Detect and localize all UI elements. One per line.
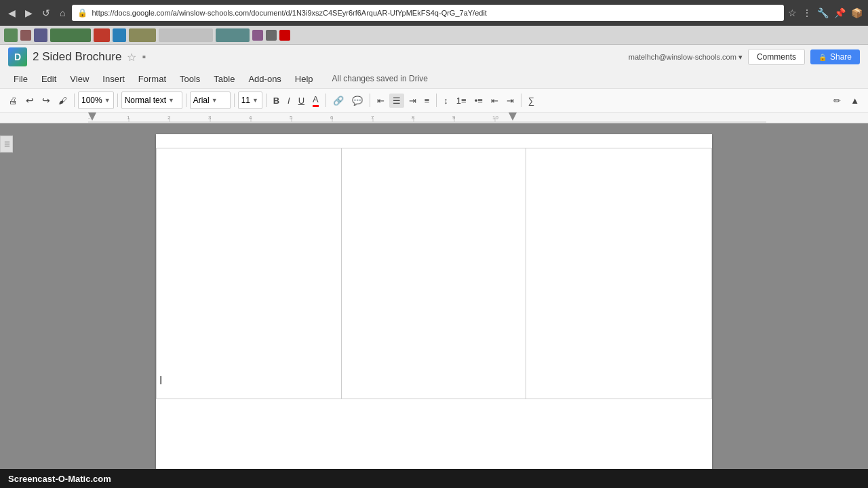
ext-icon-10[interactable] <box>252 30 263 41</box>
nav-home-button[interactable]: ⌂ <box>57 6 68 20</box>
browser-menu-icon[interactable]: ⋮ <box>802 7 812 18</box>
collapse-icon: ▲ <box>850 96 859 106</box>
ext-icon-7[interactable] <box>129 28 156 42</box>
bookmark-star-icon[interactable]: ☆ <box>788 7 797 18</box>
menu-view[interactable]: View <box>64 72 94 86</box>
nav-refresh-button[interactable]: ↺ <box>39 6 53 20</box>
bold-icon: B <box>273 96 279 106</box>
menu-format[interactable]: Format <box>133 72 172 86</box>
address-bar[interactable]: 🔒 https://docs.google.com/a/winslow-scho… <box>72 5 784 21</box>
menu-insert[interactable]: Insert <box>97 72 130 86</box>
sidebar-toggle[interactable]: ☰ <box>0 136 13 152</box>
numbered-list-icon: 1≡ <box>456 96 467 106</box>
align-left-button[interactable]: ⇤ <box>374 94 388 108</box>
collapse-toolbar-button[interactable]: ▲ <box>847 94 863 108</box>
menu-bar: File Edit View Insert Format Tools Table… <box>0 69 868 88</box>
comment-button[interactable]: 💬 <box>349 94 366 108</box>
menu-edit[interactable]: Edit <box>36 72 62 86</box>
size-select[interactable]: 11 ▼ <box>238 92 262 109</box>
redo-button[interactable]: ↪ <box>39 93 54 108</box>
numbered-list-button[interactable]: 1≡ <box>453 94 470 108</box>
extension-icon-3[interactable]: 📦 <box>851 7 863 18</box>
print-button[interactable]: 🖨 <box>5 94 21 108</box>
ruler: -1 1 2 3 4 5 6 7 8 9 10 <box>0 113 868 123</box>
toolbar-sep-8 <box>436 94 437 107</box>
align-justify-button[interactable]: ≡ <box>421 94 433 108</box>
table-cell-1-1[interactable]: I <box>157 148 342 399</box>
menu-tools[interactable]: Tools <box>174 72 205 86</box>
share-button[interactable]: 🔒 Share <box>810 49 860 64</box>
folder-icon[interactable]: ▪ <box>142 51 146 63</box>
title-bar: D 2 Sided Brochure ☆ ▪ matelhch@winslow-… <box>0 45 868 69</box>
ext-icon-12[interactable] <box>279 30 290 41</box>
menu-help[interactable]: Help <box>290 72 319 86</box>
ext-icon-1[interactable] <box>4 28 18 42</box>
formula-button[interactable]: ∑ <box>525 94 538 108</box>
ext-icon-8[interactable] <box>159 28 213 42</box>
size-arrow: ▼ <box>252 97 258 104</box>
ruler-svg: -1 1 2 3 4 5 6 7 8 9 10 <box>88 113 766 123</box>
extension-icon-1[interactable]: 🔧 <box>817 7 829 18</box>
style-select[interactable]: Normal text ▼ <box>121 92 182 109</box>
share-label: Share <box>830 52 852 62</box>
extension-icon-2[interactable]: 📌 <box>834 7 846 18</box>
svg-text:1: 1 <box>127 115 130 121</box>
toolbar-sep-9 <box>521 94 521 107</box>
align-center-button[interactable]: ☰ <box>389 94 404 108</box>
decrease-indent-button[interactable]: ⇤ <box>488 94 502 108</box>
star-icon[interactable]: ☆ <box>127 51 136 64</box>
zoom-select[interactable]: 100% ▼ <box>78 92 114 109</box>
toolbar-sep-1 <box>74 94 75 107</box>
svg-text:8: 8 <box>412 115 415 121</box>
underline-button[interactable]: U <box>295 94 308 108</box>
text-color-button[interactable]: A <box>309 92 322 109</box>
menu-file[interactable]: File <box>8 72 33 86</box>
user-email[interactable]: matelhch@winslow-schools.com ▾ <box>629 53 743 62</box>
underline-icon: U <box>298 96 304 106</box>
nav-forward-button[interactable]: ▶ <box>22 6 35 20</box>
svg-text:2: 2 <box>167 115 171 121</box>
font-select[interactable]: Arial ▼ <box>190 92 231 109</box>
pencil-icon: ✏ <box>833 96 841 106</box>
toolbar-sep-3 <box>186 94 186 107</box>
bulleted-list-button[interactable]: •≡ <box>471 94 486 108</box>
bulleted-list-icon: •≡ <box>475 96 483 106</box>
save-status: All changes saved in Drive <box>332 74 428 83</box>
pencil-button[interactable]: ✏ <box>830 94 844 108</box>
link-button[interactable]: 🔗 <box>330 94 347 108</box>
title-right: matelhch@winslow-schools.com ▾ Comments … <box>629 49 860 65</box>
document-scroll-area[interactable]: ☰ I <box>0 123 868 488</box>
ext-icon-11[interactable] <box>266 30 277 41</box>
ext-icon-4[interactable] <box>50 28 91 42</box>
increase-indent-button[interactable]: ⇥ <box>503 94 517 108</box>
size-value: 11 <box>241 96 250 105</box>
bottom-bar-text: Screencast-O-Matic.com <box>8 474 111 484</box>
menu-table[interactable]: Table <box>208 72 240 86</box>
paint-format-button[interactable]: 🖌 <box>55 94 71 108</box>
table-cell-1-2[interactable] <box>341 148 526 399</box>
document-title[interactable]: 2 Sided Brochure <box>33 50 121 64</box>
undo-button[interactable]: ↩ <box>22 93 37 108</box>
style-arrow: ▼ <box>168 97 174 104</box>
document-page: I <box>156 134 712 477</box>
ext-icon-3[interactable] <box>34 28 47 42</box>
line-spacing-button[interactable]: ↕ <box>440 94 452 108</box>
table-row: I <box>157 148 712 399</box>
comments-button[interactable]: Comments <box>748 49 805 65</box>
ext-icon-5[interactable] <box>94 28 110 42</box>
paint-format-icon: 🖌 <box>58 96 67 106</box>
bold-button[interactable]: B <box>270 94 283 108</box>
align-right-button[interactable]: ⇥ <box>406 94 420 108</box>
ext-icon-2[interactable] <box>20 30 31 41</box>
italic-button[interactable]: I <box>284 94 294 108</box>
menu-addons[interactable]: Add-ons <box>243 72 286 86</box>
table-cell-1-3[interactable] <box>526 148 712 399</box>
svg-text:5: 5 <box>290 115 293 121</box>
toolbar: 🖨 ↩ ↪ 🖌 100% ▼ Normal text ▼ Arial ▼ 11 … <box>0 88 868 113</box>
ext-icon-6[interactable] <box>113 28 126 42</box>
ext-icon-9[interactable] <box>216 28 250 42</box>
document-table[interactable]: I <box>156 148 712 399</box>
nav-back-button[interactable]: ◀ <box>5 6 18 20</box>
url-text: https://docs.google.com/a/winslow-school… <box>92 9 486 17</box>
print-icon: 🖨 <box>9 96 18 106</box>
